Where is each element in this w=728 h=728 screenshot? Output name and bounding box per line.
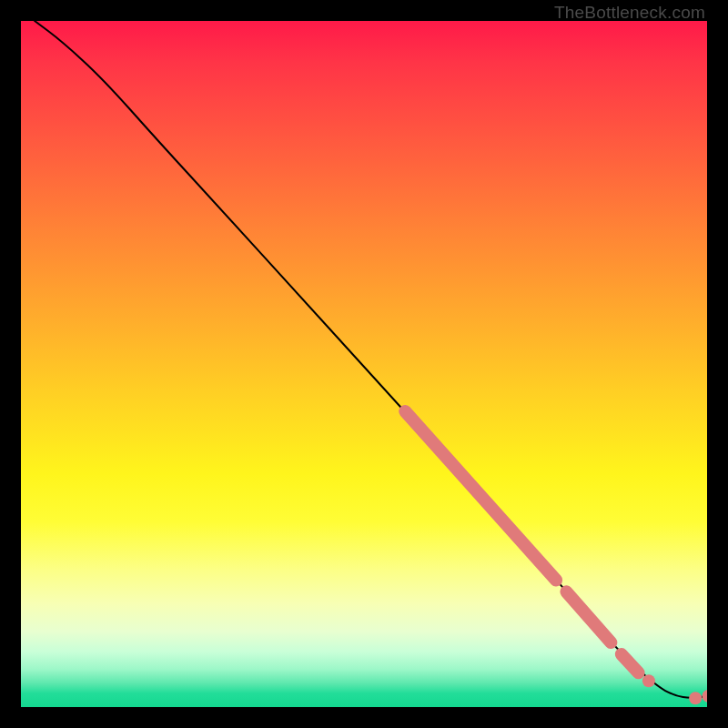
bottleneck-curve — [35, 21, 703, 698]
highlight-dots — [642, 674, 707, 704]
highlight-segment — [405, 411, 556, 581]
highlight-segment — [622, 654, 639, 672]
highlight-segment — [566, 592, 611, 642]
highlight-segments — [405, 411, 638, 672]
highlight-dot — [703, 690, 708, 703]
chart-svg — [21, 21, 707, 707]
chart-frame — [21, 21, 707, 707]
highlight-dot — [689, 692, 702, 704]
watermark-text: TheBottleneck.com — [554, 3, 705, 23]
highlight-dot — [642, 674, 655, 687]
